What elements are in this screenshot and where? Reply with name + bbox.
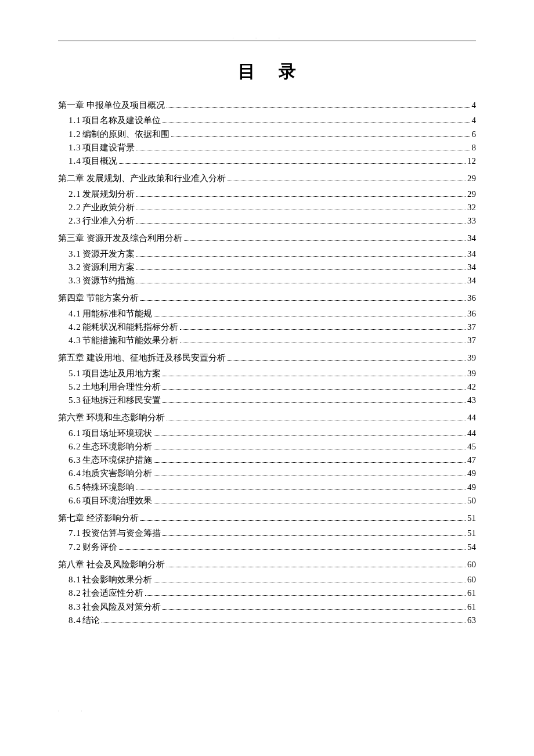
toc-section-title: 地质灾害影响分析 <box>82 467 152 480</box>
toc-section-title: 项目场址环境现状 <box>82 427 152 440</box>
toc-section-title: 资源利用方案 <box>82 261 135 274</box>
toc-chapter-page: 44 <box>467 411 476 424</box>
toc-section-page: 49 <box>467 481 476 494</box>
toc-leader-dots <box>136 210 466 210</box>
toc-section-page: 49 <box>467 467 476 480</box>
toc-chapter-label: 第二章 发展规划、产业政策和行业准入分析 <box>58 172 226 185</box>
toc-section-title: 征地拆迁和移民安置 <box>82 394 161 407</box>
toc-leader-dots <box>154 462 466 463</box>
toc-chapter-row: 第六章 环境和生态影响分析44 <box>58 411 476 424</box>
toc-section-page: 50 <box>467 494 476 507</box>
footer-dots: .. <box>58 708 104 712</box>
toc-section-number: 2.2 <box>68 201 81 214</box>
toc-section-number: 1.1 <box>68 114 81 127</box>
toc-leader-dots <box>171 136 470 137</box>
toc-section-row: 2.2 产业政策分析32 <box>58 201 476 214</box>
toc-section-title: 项目概况 <box>82 154 117 168</box>
toc-section-row: 1.2 编制的原则、依据和围6 <box>58 128 476 141</box>
toc-leader-dots <box>136 223 466 224</box>
toc-section-title: 项目建设背景 <box>82 141 135 154</box>
toc-section-number: 8.4 <box>68 614 81 627</box>
toc-section-row: 1.3 项目建设背景8 <box>58 141 476 154</box>
toc-section-row: 6.3 生态环境保护措施47 <box>58 453 476 467</box>
toc-chapter-row: 第五章 建设用地、征地拆迁及移民安置分析39 <box>58 351 476 365</box>
toc-section-title: 资源开发方案 <box>82 247 135 261</box>
toc-section-number: 6.4 <box>68 467 81 480</box>
toc-section-number: 6.6 <box>68 494 81 507</box>
toc-section-row: 6.2 生态环境影响分析45 <box>58 440 476 453</box>
toc-section-row: 4.3 节能措施和节能效果分析37 <box>58 334 476 347</box>
toc-leader-dots <box>154 435 466 436</box>
toc-section-page: 39 <box>467 367 476 380</box>
toc-leader-dots <box>154 449 466 449</box>
toc-section-row: 2.3 行业准入分析33 <box>58 214 476 228</box>
toc-section-title: 社会适应性分析 <box>82 586 143 600</box>
toc-section-row: 5.1 项目选址及用地方案39 <box>58 367 476 380</box>
toc-leader-dots <box>180 343 466 343</box>
toc-section-page: 12 <box>467 154 476 168</box>
toc-section-title: 投资估算与资金筹措 <box>82 527 161 540</box>
toc-section-title: 土地利用合理性分析 <box>82 380 161 394</box>
toc-section-title: 项目名称及建设单位 <box>82 114 161 127</box>
toc-section-row: 3.3 资源节约措施34 <box>58 274 476 287</box>
toc-section-number: 2.1 <box>68 188 81 201</box>
toc-section-number: 1.4 <box>68 154 81 168</box>
toc-section-row: 6.5 特殊环境影响49 <box>58 481 476 494</box>
toc-section-number: 4.2 <box>68 321 81 334</box>
toc-section-number: 7.1 <box>68 527 81 540</box>
toc-section-row: 3.2 资源利用方案34 <box>58 261 476 274</box>
toc-chapter-label: 第八章 社会及风险影响分析 <box>58 558 165 571</box>
toc-leader-dots <box>228 181 466 181</box>
toc-leader-dots <box>167 107 470 108</box>
toc-section-page: 37 <box>467 334 476 347</box>
toc-chapter-page: 51 <box>467 512 476 525</box>
toc-leader-dots <box>119 549 466 550</box>
toc-section-number: 4.1 <box>68 307 81 321</box>
toc-section-row: 1.4 项目概况12 <box>58 154 476 168</box>
toc-section-title: 发展规划分析 <box>82 188 135 201</box>
toc-leader-dots <box>154 316 466 316</box>
toc-section-page: 37 <box>467 321 476 334</box>
toc-section-row: 8.4 结论63 <box>58 614 476 627</box>
toc-section-row: 6.4 地质灾害影响分析49 <box>58 467 476 480</box>
toc-section-row: 6.6 项目环境治理效果50 <box>58 494 476 507</box>
toc-section-page: 43 <box>467 394 476 407</box>
toc-section-number: 7.2 <box>68 541 81 554</box>
toc-title: 目录 <box>58 60 476 84</box>
toc-section-page: 36 <box>467 307 476 321</box>
toc-section-row: 6.1 项目场址环境现状44 <box>58 427 476 440</box>
toc-chapter-row: 第三章 资源开发及综合利用分析34 <box>58 232 476 245</box>
toc-leader-dots <box>163 376 466 376</box>
toc-chapter-row: 第一章 申报单位及项目概况4 <box>58 99 476 112</box>
toc-chapter-row: 第八章 社会及风险影响分析60 <box>58 558 476 571</box>
toc-leader-dots <box>228 360 466 361</box>
toc-chapter-label: 第六章 环境和生态影响分析 <box>58 411 165 424</box>
toc-leader-dots <box>136 269 466 270</box>
toc-chapter-label: 第五章 建设用地、征地拆迁及移民安置分析 <box>58 351 226 365</box>
toc-section-number: 8.2 <box>68 586 81 600</box>
toc-leader-dots <box>154 476 466 476</box>
top-horizontal-rule: ... <box>58 41 476 41</box>
toc-section-page: 60 <box>467 573 476 586</box>
toc-chapter-page: 34 <box>467 232 476 245</box>
toc-leader-dots <box>145 595 466 596</box>
toc-section-page: 51 <box>467 527 476 540</box>
toc-leader-dots <box>163 535 466 536</box>
toc-section-number: 2.3 <box>68 214 81 228</box>
toc-section-number: 1.2 <box>68 128 81 141</box>
toc-section-number: 5.3 <box>68 394 81 407</box>
toc-section-page: 32 <box>467 201 476 214</box>
toc-section-row: 5.2 土地利用合理性分析42 <box>58 380 476 394</box>
toc-section-row: 4.1 用能标准和节能规36 <box>58 307 476 321</box>
toc-section-page: 33 <box>467 214 476 228</box>
toc-leader-dots <box>140 300 466 301</box>
toc-section-row: 7.1 投资估算与资金筹措51 <box>58 527 476 540</box>
toc-leader-dots <box>163 389 466 390</box>
toc-leader-dots <box>163 609 466 610</box>
toc-leader-dots <box>136 256 466 257</box>
toc-section-title: 资源节约措施 <box>82 274 135 287</box>
toc-section-row: 8.3 社会风险及对策分析61 <box>58 600 476 614</box>
toc-section-title: 节能措施和节能效果分析 <box>82 334 178 347</box>
toc-leader-dots <box>184 240 466 241</box>
toc-section-number: 4.3 <box>68 334 81 347</box>
